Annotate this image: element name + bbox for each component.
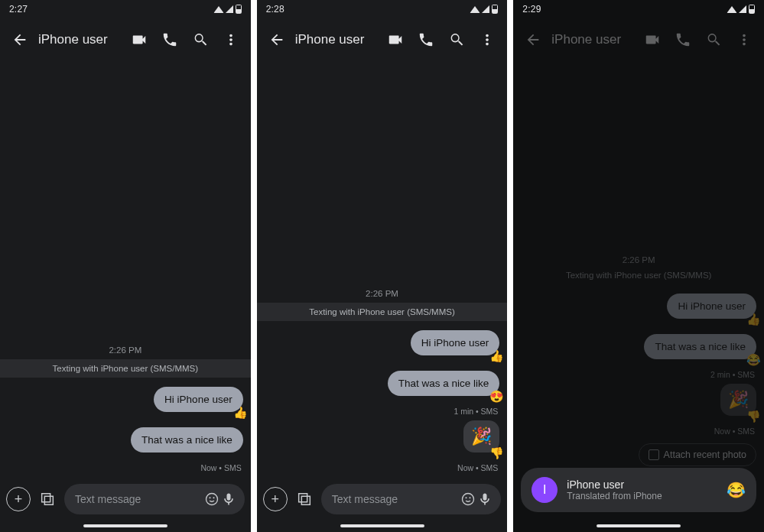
app-bar: iPhone user <box>0 18 251 61</box>
battery-icon <box>236 5 242 14</box>
input-placeholder: Text message <box>75 493 141 505</box>
conversation-title[interactable]: iPhone user <box>292 32 381 47</box>
gesture-bar <box>0 520 251 532</box>
mic-button[interactable] <box>220 491 237 508</box>
wifi-icon <box>213 6 223 13</box>
sticker-emoji: 🎉 <box>728 390 749 409</box>
call-button[interactable] <box>154 24 185 55</box>
message-text: Hi iPhone user <box>421 337 489 349</box>
message-meta: 2 min • SMS <box>521 370 755 379</box>
gesture-bar <box>513 520 764 532</box>
suggestion-chip-attach-photo[interactable]: Attach recent photo <box>639 443 756 466</box>
app-bar: iPhone user <box>513 18 764 61</box>
message-row: That was a nice like 😂 <box>521 334 756 359</box>
sent-message-bubble[interactable]: Hi iPhone user 👍 <box>411 330 500 355</box>
svg-point-4 <box>466 497 467 498</box>
reaction-thumbs-up[interactable]: 👍 <box>489 349 504 363</box>
back-button[interactable] <box>262 24 292 55</box>
message-row: Hi iPhone user 👍 <box>521 294 756 319</box>
call-button[interactable] <box>668 24 698 55</box>
status-bar: 2:27 <box>0 0 251 18</box>
app-bar: iPhone user <box>257 18 508 61</box>
more-button[interactable] <box>729 24 759 55</box>
reaction-thumbs-down[interactable]: 👎 <box>489 446 504 460</box>
svg-point-1 <box>209 497 210 498</box>
more-button[interactable] <box>216 24 246 55</box>
message-input[interactable]: Text message <box>321 484 502 514</box>
message-text: Hi iPhone user <box>164 394 232 405</box>
gallery-button[interactable] <box>35 487 60 511</box>
video-call-button[interactable] <box>637 24 668 55</box>
status-icons <box>214 5 242 14</box>
message-input[interactable]: Text message <box>64 484 245 514</box>
sheet-name: iPhone user <box>567 478 717 491</box>
sent-message-bubble[interactable]: That was a nice like 😂 <box>644 334 756 359</box>
sms-banner: Texting with iPhone user (SMS/MMS) <box>257 303 508 321</box>
search-button[interactable] <box>441 24 472 55</box>
sent-message-bubble[interactable]: Hi iPhone user 👍 <box>667 294 756 319</box>
reaction-translation-sheet[interactable]: I iPhone user Translated from iPhone 😂 <box>521 468 756 512</box>
suggestion-row: Attach recent photo <box>521 443 756 466</box>
more-button[interactable] <box>472 24 502 55</box>
search-button[interactable] <box>698 24 729 55</box>
conversation-area[interactable]: 2:26 PM Texting with iPhone user (SMS/MM… <box>513 61 764 520</box>
input-placeholder: Text message <box>332 493 398 505</box>
reaction-heart-eyes[interactable]: 😍 <box>489 390 504 404</box>
message-text: That was a nice like <box>655 341 746 352</box>
back-button[interactable] <box>5 24 35 55</box>
timestamp-label: 2:26 PM <box>8 345 243 355</box>
add-button[interactable]: + <box>6 487 31 511</box>
battery-icon <box>492 5 498 14</box>
sent-message-bubble[interactable]: Hi iPhone user 👍 <box>154 387 243 412</box>
sticker-emoji: 🎉 <box>471 427 492 446</box>
composer-bar: + Text message <box>0 478 251 520</box>
reaction-thumbs-down[interactable]: 👎 <box>746 410 761 423</box>
sent-sticker-bubble[interactable]: 🎉 👎 <box>720 384 756 416</box>
message-row: Hi iPhone user 👍 <box>8 387 243 412</box>
emoji-button[interactable] <box>460 491 476 508</box>
sent-sticker-bubble[interactable]: 🎉 👎 <box>463 420 499 453</box>
chip-label: Attach recent photo <box>664 449 746 460</box>
video-call-button[interactable] <box>380 24 411 55</box>
message-row: Hi iPhone user 👍 <box>265 330 500 355</box>
clock: 2:28 <box>266 4 284 15</box>
phone-screen-1: 2:27 iPhone user 2:26 PM Texting with iP… <box>0 0 251 532</box>
sent-message-bubble[interactable]: That was a nice like 😍 <box>388 371 500 396</box>
emoji-button[interactable] <box>203 491 220 508</box>
add-button[interactable]: + <box>263 487 288 511</box>
message-text: That was a nice like <box>141 434 232 446</box>
reaction-thumbs-up[interactable]: 👍 <box>746 313 761 326</box>
clock: 2:27 <box>9 4 28 15</box>
conversation-area[interactable]: 2:26 PM Texting with iPhone user (SMS/MM… <box>257 61 508 478</box>
sheet-text: iPhone user Translated from iPhone <box>567 478 717 501</box>
sheet-subtitle: Translated from iPhone <box>567 491 717 501</box>
status-bar: 2:28 <box>257 0 508 18</box>
sent-message-bubble[interactable]: That was a nice like <box>131 427 243 453</box>
clock: 2:29 <box>522 4 541 15</box>
message-meta: Now • SMS <box>8 463 242 472</box>
back-button[interactable] <box>518 24 548 55</box>
svg-point-5 <box>470 497 471 498</box>
reaction-thumbs-up[interactable]: 👍 <box>233 406 248 420</box>
cellular-icon <box>739 5 746 13</box>
conversation-title[interactable]: iPhone user <box>35 32 124 47</box>
mic-button[interactable] <box>476 491 493 508</box>
svg-point-3 <box>463 494 474 505</box>
conversation-area[interactable]: 2:26 PM Texting with iPhone user (SMS/MM… <box>0 61 251 478</box>
cellular-icon <box>482 5 489 13</box>
call-button[interactable] <box>411 24 441 55</box>
message-text: Hi iPhone user <box>678 300 746 312</box>
search-button[interactable] <box>185 24 216 55</box>
avatar-initial: I <box>543 483 546 497</box>
avatar: I <box>532 477 558 503</box>
video-call-button[interactable] <box>124 24 154 55</box>
sheet-reaction-emoji: 😂 <box>727 481 746 499</box>
image-icon <box>649 449 659 460</box>
reaction-laughing[interactable]: 😂 <box>746 353 761 367</box>
phone-screen-2: 2:28 iPhone user 2:26 PM Texting with iP… <box>257 0 508 532</box>
timestamp-label: 2:26 PM <box>265 289 500 298</box>
gallery-button[interactable] <box>292 487 317 511</box>
conversation-title[interactable]: iPhone user <box>548 32 637 47</box>
composer-bar: + Text message <box>257 478 508 520</box>
sms-banner: Texting with iPhone user (SMS/MMS) <box>0 359 251 378</box>
